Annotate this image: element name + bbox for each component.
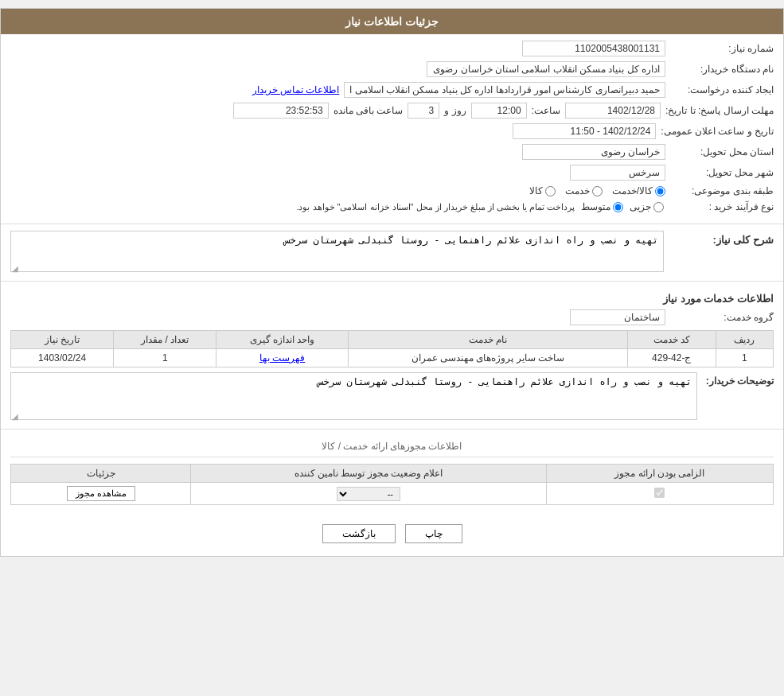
buyer-notes-label: توضیحات خریدار: [702, 372, 774, 387]
license-details-cell[interactable]: مشاهده مجوز [11, 483, 191, 505]
services-section-title: اطلاعات خدمات مورد نیاز [10, 288, 774, 309]
category-radio-group: کالا/خدمت خدمت کالا [529, 185, 665, 196]
license-required-checkbox [654, 488, 665, 498]
col-required: الزامی بودن ارائه مجوز [546, 465, 773, 483]
announcement-value: 1402/12/24 - 11:50 [513, 123, 656, 139]
deadline-label: مهلت ارسال پاسخ: تا تاریخ: [665, 105, 774, 116]
requester-label: ایجاد کننده درخواست: [670, 84, 774, 95]
category-option-kala-khedmat[interactable]: کالا/خدمت [612, 185, 665, 196]
need-description-label: شرح کلی نیاز: [670, 231, 774, 246]
group-value: ساختمان [570, 309, 665, 325]
city-label: شهر محل تحویل: [670, 167, 774, 178]
announcement-label: تاریخ و ساعت اعلان عمومی: [661, 126, 774, 137]
deadline-remaining: 23:52:53 [233, 103, 329, 119]
view-license-button[interactable]: مشاهده مجوز [67, 486, 135, 501]
buyer-notes-text [10, 372, 697, 420]
licenses-table: الزامی بودن ارائه مجوز اعلام وضعیت مجوز … [10, 464, 774, 505]
province-value: خراسان رضوی [522, 144, 665, 160]
deadline-date: 1402/12/28 [565, 103, 661, 119]
need-number-label: شماره نیاز: [670, 43, 774, 54]
resize-handle-icon: ◢ [12, 264, 18, 273]
col-qty: تعداد / مقدار [114, 331, 216, 349]
category-label: طبقه بندی موضوعی: [670, 185, 774, 196]
process-option-jozyi[interactable]: جزیی [630, 201, 664, 212]
deadline-remaining-label: ساعت باقی مانده [333, 105, 404, 116]
deadline-days: 3 [408, 103, 439, 119]
category-option-kala[interactable]: کالا [529, 185, 556, 196]
licenses-title: اطلاعات مجوزهای ارائه خدمت / کالا [10, 436, 774, 457]
province-label: استان محل تحویل: [670, 146, 774, 157]
col-code: کد خدمت [627, 331, 716, 349]
print-button[interactable]: چاپ [405, 524, 462, 543]
license-status-select[interactable]: -- [337, 487, 400, 501]
need-number-value: 1102005438001131 [522, 41, 665, 56]
process-label: نوع فرآیند خرید : [670, 201, 774, 212]
services-table: ردیف کد خدمت نام خدمت واحد اندازه گیری ت… [10, 330, 774, 367]
cell-row-num: 1 [716, 349, 773, 367]
requester-value: حمید دبیرانصاری کارشناس امور قراردادها ا… [344, 82, 665, 98]
cell-name: ساخت سایر پروژه‌های مهندسی عمران [348, 349, 627, 367]
cell-date: 1403/02/24 [11, 349, 114, 367]
buyer-org-value: اداره کل بنیاد مسکن انقلاب اسلامی استان … [427, 61, 665, 77]
license-required-cell [546, 483, 773, 505]
deadline-time-label: ساعت: [532, 105, 560, 116]
city-value: سرخس [570, 165, 665, 181]
col-row-num: ردیف [716, 331, 773, 349]
col-date: تاریخ نیاز [11, 331, 114, 349]
group-label: گروه خدمت: [670, 312, 774, 323]
footer-buttons: چاپ بازگشت [1, 511, 783, 556]
col-details: جزئیات [11, 465, 191, 483]
need-description-text [10, 231, 664, 272]
resize-handle-icon-2: ◢ [12, 412, 18, 421]
back-button[interactable]: بازگشت [322, 524, 396, 543]
license-status-cell[interactable]: -- [191, 483, 547, 505]
col-unit: واحد اندازه گیری [216, 331, 348, 349]
cell-qty: 1 [114, 349, 216, 367]
deadline-days-label: روز و [444, 105, 466, 116]
buyer-org-label: نام دستگاه خریدار: [670, 64, 774, 75]
cell-unit[interactable]: فهرست بها [216, 349, 348, 367]
process-note: پرداخت تمام یا بخشی از مبلغ خریدار از مح… [296, 202, 575, 212]
col-name: نام خدمت [348, 331, 627, 349]
deadline-time: 12:00 [471, 103, 527, 119]
contact-info-link[interactable]: اطلاعات تماس خریدار [252, 84, 340, 95]
process-option-motavasset[interactable]: متوسط [581, 201, 623, 212]
page-title: جزئیات اطلاعات نیاز [1, 9, 783, 34]
col-status: اعلام وضعیت مجوز توسط نامین کننده [191, 465, 547, 483]
category-option-khedmat[interactable]: خدمت [565, 185, 603, 196]
cell-code: ج-42-429 [627, 349, 716, 367]
license-row: -- مشاهده مجوز [11, 483, 774, 505]
table-row: 1 ج-42-429 ساخت سایر پروژه‌های مهندسی عم… [11, 349, 774, 367]
